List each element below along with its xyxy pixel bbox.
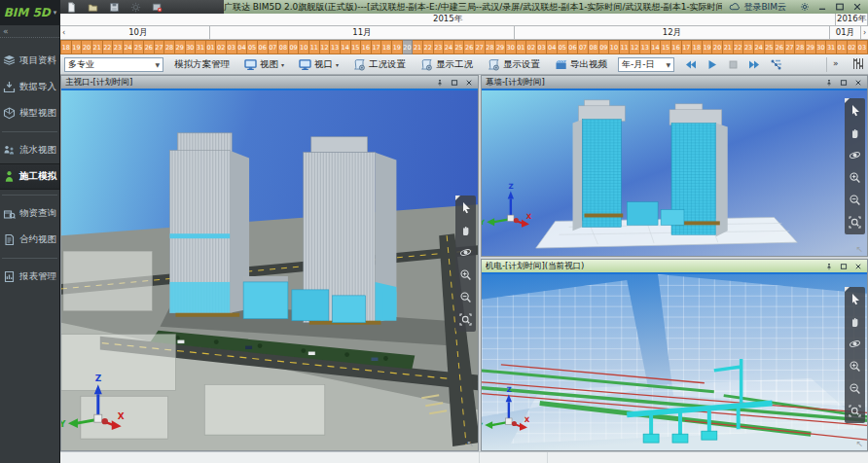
timeline-day[interactable]: 10 — [299, 40, 309, 54]
zoom-extents-tool-button[interactable] — [847, 213, 863, 232]
simulation-plan-manage-button[interactable]: 模拟方案管理 — [172, 57, 232, 72]
timeline-day[interactable]: 27 — [785, 40, 796, 54]
overflow-button[interactable]: » — [833, 57, 846, 71]
work-condition-settings-button[interactable]: 工况设置 — [351, 57, 408, 72]
timeline-day[interactable]: 29 — [175, 40, 186, 54]
timeline-day[interactable]: 14 — [651, 40, 662, 54]
sidebar-item-flow-view[interactable]: 流水视图 — [0, 137, 59, 163]
app-logo[interactable]: BIM 5D ▾ — [0, 0, 60, 25]
sidebar-item-material-query[interactable]: 物资查询 — [0, 200, 59, 227]
timeline-day[interactable]: 03 — [537, 40, 548, 54]
sidebar-collapse-icon[interactable]: « — [3, 27, 12, 36]
open-folder-button[interactable] — [86, 1, 99, 13]
close-viewport-button[interactable] — [852, 261, 863, 271]
timeline-day[interactable]: 29 — [806, 40, 816, 54]
timeline-day[interactable]: 12 — [630, 40, 640, 54]
display-settings-button[interactable]: 显示设置 — [486, 57, 542, 72]
sidebar-item-report-manage[interactable]: 报表管理 — [0, 264, 59, 290]
maximize-viewport-button[interactable] — [838, 261, 849, 271]
viewport-mep-header[interactable]: 机电-[计划时间](当前视口) — [482, 260, 867, 272]
timeline-day[interactable]: 07 — [578, 40, 589, 54]
timeline-month[interactable]: 10月 — [67, 26, 210, 39]
timeline-day[interactable]: 10 — [609, 40, 620, 54]
timeline-day[interactable]: 08 — [589, 40, 599, 54]
pan-hand-tool-button[interactable] — [847, 312, 863, 331]
maximize-viewport-button[interactable] — [838, 77, 849, 88]
record-button[interactable] — [150, 1, 163, 13]
timeline-day[interactable]: 02 — [848, 40, 858, 54]
sidebar-item-contract-view[interactable]: 合约视图 — [0, 227, 59, 253]
fast-forward-button[interactable] — [747, 58, 762, 71]
curtain-3d-canvas[interactable]: Z Y X — [482, 90, 867, 256]
zoom-in-tool-button[interactable] — [847, 168, 863, 187]
timeline-day[interactable]: 27 — [155, 40, 165, 54]
timeline-day[interactable]: 21 — [92, 40, 103, 54]
timeline-day[interactable]: 09 — [289, 40, 300, 54]
timeline-day[interactable]: 30 — [506, 40, 517, 54]
timeline-day[interactable]: 23 — [434, 40, 445, 54]
timeline-day[interactable]: 07 — [269, 40, 279, 54]
zoom-in-tool-button[interactable] — [847, 357, 863, 375]
timeline-day[interactable]: 01 — [837, 40, 848, 54]
bim-cloud-login-button[interactable]: 登录BIM云 — [725, 1, 790, 14]
timeline-day[interactable]: 29 — [495, 40, 506, 54]
timeline-day[interactable]: 05 — [247, 40, 258, 54]
timeline-day[interactable]: 18 — [60, 40, 72, 54]
timeline-day[interactable]: 05 — [558, 40, 568, 54]
timeline-day[interactable]: 24 — [124, 40, 134, 54]
timeline-day[interactable]: 17 — [682, 40, 693, 54]
orbit-tool-button[interactable] — [847, 335, 863, 353]
export-video-button[interactable]: 导出视频 — [553, 57, 609, 72]
app-settings-button[interactable] — [796, 1, 814, 13]
timeline-day[interactable]: 16 — [671, 40, 682, 54]
timeline-day[interactable]: 16 — [361, 40, 372, 54]
gantt-grid-button[interactable] — [851, 57, 864, 72]
timeline-month[interactable]: 12月 — [515, 26, 830, 39]
timeline-day[interactable]: 21 — [413, 40, 423, 54]
date-format-dropdown[interactable]: 年-月-日 ▼ — [618, 57, 674, 72]
zoom-extents-tool-button[interactable] — [847, 402, 863, 420]
pan-hand-tool-button[interactable] — [847, 124, 863, 142]
timeline-day[interactable]: 31 — [826, 40, 837, 54]
timeline-day[interactable]: 22 — [734, 40, 744, 54]
timeline-day[interactable]: 20 — [712, 40, 723, 54]
zoom-out-tool-button[interactable] — [457, 288, 474, 306]
main-3d-canvas[interactable]: Z Y X — [61, 90, 478, 450]
timeline-day[interactable]: 21 — [723, 40, 734, 54]
zoom-extents-tool-button[interactable] — [457, 310, 474, 329]
viewport-button[interactable]: 视口▾ — [297, 57, 341, 72]
timeline-day[interactable]: 23 — [113, 40, 124, 54]
timeline-day[interactable]: 14 — [341, 40, 351, 54]
timeline-day[interactable]: 25 — [133, 40, 144, 54]
close-viewport-button[interactable] — [852, 77, 863, 88]
timeline-day[interactable]: 18 — [381, 40, 392, 54]
viewport-curtain-header[interactable]: 幕墙-[计划时间] — [482, 76, 867, 89]
select-cursor-tool-button[interactable] — [457, 198, 474, 217]
profession-filter-dropdown[interactable]: 多专业 ▼ — [64, 57, 163, 72]
timeline-day[interactable]: 25 — [454, 40, 465, 54]
timeline-day[interactable]: 09 — [599, 40, 610, 54]
timeline-day[interactable]: 19 — [392, 40, 403, 54]
maximize-button[interactable] — [831, 1, 849, 13]
timeline-day[interactable]: 20 — [82, 40, 92, 54]
close-viewport-button[interactable] — [463, 77, 474, 88]
rewind-button[interactable] — [683, 58, 698, 71]
timeline-day-selected[interactable]: 20 — [403, 40, 414, 54]
timeline-day[interactable]: 30 — [186, 40, 197, 54]
timeline-day[interactable]: 27 — [475, 40, 486, 54]
timeline-scroll-right-button[interactable]: › — [861, 26, 868, 39]
sidebar-item-model-view[interactable]: 模型视图 — [0, 100, 59, 126]
timeline-day[interactable]: 15 — [351, 40, 362, 54]
timeline-day[interactable]: 19 — [72, 40, 83, 54]
timeline-day[interactable]: 30 — [816, 40, 827, 54]
timeline-day[interactable]: 13 — [640, 40, 651, 54]
pin-button[interactable] — [823, 261, 834, 271]
sidebar-item-construction-sim[interactable]: 施工模拟 — [0, 163, 59, 190]
new-document-button[interactable] — [64, 1, 78, 13]
timeline-day[interactable]: 03 — [857, 40, 868, 54]
timeline-day[interactable]: 24 — [754, 40, 765, 54]
timeline-day[interactable]: 25 — [765, 40, 776, 54]
timeline-day[interactable]: 26 — [144, 40, 155, 54]
zoom-out-tool-button[interactable] — [847, 379, 863, 398]
timeline-day[interactable]: 01 — [206, 40, 217, 54]
